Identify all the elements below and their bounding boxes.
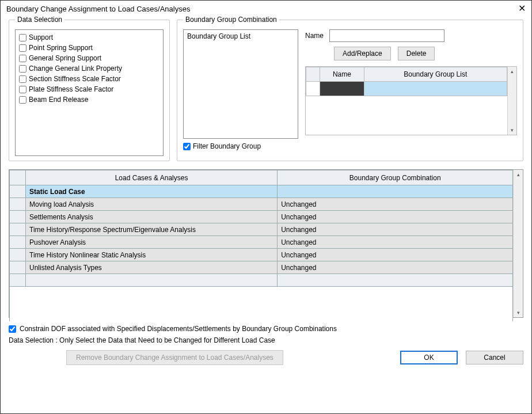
grid-stub-cell [10, 249, 26, 261]
grid-cell-bgc[interactable]: Unchanged [278, 261, 513, 274]
grid-cell-load[interactable]: Pushover Analysis [26, 236, 278, 249]
grid-cell-load[interactable]: Moving load Analysis [26, 198, 278, 211]
list-item[interactable]: Plate Stiffness Scale Factor [19, 84, 159, 94]
grid-cell-bgc[interactable]: Unchanged [278, 249, 513, 261]
main-grid-header-bgc: Boundary Group Combination [278, 170, 513, 185]
grid-cell-bgc[interactable]: Unchanged [278, 211, 513, 223]
grid-cell-load[interactable]: Unlisted Analysis Types [26, 261, 278, 274]
list-item-label: Point Spring Support [29, 43, 93, 53]
grid-stub-cell [10, 223, 26, 236]
constrain-row: Constrain DOF associated with Specified … [9, 325, 523, 333]
checkbox-point-spring[interactable] [19, 44, 26, 52]
scroll-up-icon[interactable]: ▴ [508, 67, 516, 76]
list-item-label: Section Stiffness Scale Factor [29, 74, 121, 84]
grid-cell-load[interactable]: Settlements Analysis [26, 211, 278, 223]
checkbox-beam-end-release[interactable] [19, 96, 26, 104]
table-row[interactable]: Unlisted Analysis Types Unchanged [10, 261, 513, 274]
bgc-grid[interactable]: Name Boundary Group List [306, 67, 507, 135]
checkbox-change-link[interactable] [19, 65, 26, 73]
grid-cell-load[interactable]: Time History Nonlinear Static Analysis [26, 249, 278, 261]
grid-cell-list[interactable] [364, 82, 507, 96]
delete-button[interactable]: Delete [398, 47, 435, 60]
list-item-label: Change General Link Property [29, 63, 122, 74]
grid-stub-cell [10, 198, 26, 211]
table-row-empty [306, 96, 507, 135]
scrollbar[interactable]: ▴ ▾ [513, 170, 523, 317]
add-replace-button[interactable]: Add/Replace [334, 47, 391, 60]
data-selection-list[interactable]: Support Point Spring Support General Spr… [15, 29, 164, 156]
grid-stub-header [306, 67, 320, 82]
checkbox-general-spring[interactable] [19, 55, 26, 62]
button-row: Add/Replace Delete [305, 47, 517, 60]
name-input[interactable] [329, 29, 444, 42]
dialog-title: Boundary Change Assignment to Load Cases… [6, 5, 190, 13]
ok-button[interactable]: OK [400, 351, 458, 364]
grid-cell-bgc[interactable]: Unchanged [278, 236, 513, 249]
grid-stub-cell [10, 185, 26, 198]
table-row[interactable]: Pushover Analysis Unchanged [10, 236, 513, 249]
name-label: Name [305, 32, 324, 40]
main-grid-stub-header [10, 170, 26, 185]
bottom-area: Constrain DOF associated with Specified … [9, 325, 523, 365]
grid-stub-cell [10, 211, 26, 223]
table-row[interactable]: Time History/Response Spectrum/Eigenvalu… [10, 223, 513, 236]
scroll-up-icon[interactable]: ▴ [514, 170, 523, 179]
titlebar: Boundary Change Assignment to Load Cases… [1, 1, 531, 16]
scroll-down-icon[interactable]: ▾ [514, 308, 523, 317]
filter-row: Filter Boundary Group [183, 142, 298, 150]
grid-stub-cell [10, 236, 26, 249]
grid-cell-bgc[interactable]: Unchanged [278, 223, 513, 236]
checkbox-plate-stiffness[interactable] [19, 86, 26, 93]
table-row[interactable]: Static Load Case [10, 185, 513, 198]
scrollbar[interactable]: ▴ ▾ [507, 67, 516, 135]
grid-header-name: Name [320, 67, 364, 82]
list-item-label: Beam End Release [29, 94, 88, 105]
dialog-window: Boundary Change Assignment to Load Cases… [0, 0, 532, 414]
list-item[interactable]: General Spring Support [19, 53, 159, 63]
grid-cell-name[interactable] [320, 82, 364, 96]
table-row[interactable]: Time History Nonlinear Static Analysis U… [10, 249, 513, 261]
checkbox-support[interactable] [19, 34, 26, 41]
list-item-label: Plate Stiffness Scale Factor [29, 84, 113, 94]
main-grid[interactable]: Load Cases & Analyses Boundary Group Com… [9, 170, 513, 321]
grid-cell-load[interactable]: Static Load Case [26, 185, 278, 198]
grid-header-list: Boundary Group List [364, 67, 507, 82]
content-area: Data Selection Support Point Spring Supp… [1, 16, 531, 371]
filter-boundary-group-checkbox[interactable] [183, 143, 191, 150]
list-item[interactable]: Section Stiffness Scale Factor [19, 74, 159, 84]
cancel-button[interactable]: Cancel [466, 351, 523, 364]
remove-assignment-button: Remove Boundary Change Assignment to Loa… [66, 350, 283, 365]
bgc-inner: Boundary Group List Filter Boundary Grou… [183, 29, 517, 150]
table-whitespace [10, 287, 513, 321]
constrain-dof-checkbox[interactable] [9, 325, 16, 333]
table-row[interactable] [306, 82, 507, 96]
bgc-grid-wrap: Name Boundary Group List [305, 66, 517, 135]
list-item[interactable]: Beam End Release [19, 94, 159, 105]
top-row: Data Selection Support Point Spring Supp… [9, 16, 523, 161]
table-row-empty [10, 274, 513, 287]
table-row[interactable]: Settlements Analysis Unchanged [10, 211, 513, 223]
main-grid-header-load: Load Cases & Analyses [26, 170, 278, 185]
bgl-header-label: Boundary Group List [187, 32, 250, 40]
list-item[interactable]: Support [19, 32, 159, 43]
scroll-down-icon[interactable]: ▾ [508, 126, 516, 135]
checkbox-section-stiffness[interactable] [19, 75, 26, 83]
list-item-label: General Spring Support [29, 53, 101, 63]
list-item[interactable]: Change General Link Property [19, 63, 159, 74]
list-item-label: Support [29, 32, 53, 43]
close-icon[interactable]: ✕ [518, 4, 526, 13]
table-row[interactable]: Moving load Analysis Unchanged [10, 198, 513, 211]
bgc-legend: Boundary Group Combination [183, 16, 279, 24]
grid-stub-cell [306, 82, 320, 96]
grid-cell-bgc[interactable]: Unchanged [278, 198, 513, 211]
main-grid-wrap: Load Cases & Analyses Boundary Group Com… [9, 169, 523, 318]
grid-stub-cell [10, 261, 26, 274]
name-row: Name [305, 29, 517, 42]
list-item[interactable]: Point Spring Support [19, 43, 159, 53]
boundary-group-list-box[interactable]: Boundary Group List [183, 29, 298, 139]
bgc-right-column: Name Add/Replace Delete Name [305, 29, 517, 135]
constrain-label: Constrain DOF associated with Specified … [20, 325, 337, 333]
data-selection-legend: Data Selection [15, 16, 64, 24]
grid-cell-bgc[interactable] [278, 185, 513, 198]
grid-cell-load[interactable]: Time History/Response Spectrum/Eigenvalu… [26, 223, 278, 236]
